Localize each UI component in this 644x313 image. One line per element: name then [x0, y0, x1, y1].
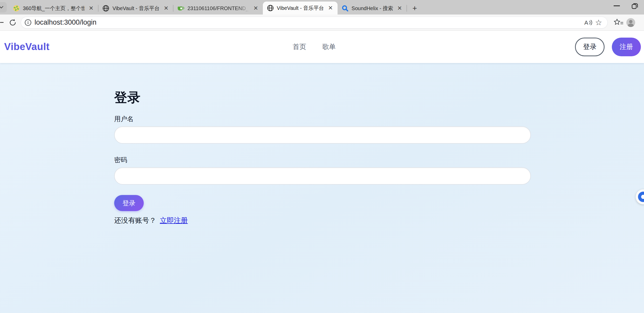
username-label: 用户名 — [114, 115, 644, 123]
tab-frontend-guide[interactable]: 2311061106/FRONTEND_GUIDE.m ✕ — [173, 2, 263, 15]
password-label: 密码 — [114, 156, 644, 164]
favorite-star-button[interactable]: ☆ — [593, 17, 604, 28]
read-aloud-icon: A — [584, 19, 593, 26]
search-icon — [342, 5, 348, 12]
tab-title: VibeVault - 音乐平台 — [277, 5, 324, 12]
nav-home-link[interactable]: 首页 — [293, 42, 306, 51]
360-icon — [13, 5, 20, 12]
browser-window: 360导航_一个主页，整个世界 ✕ VibeVault - 音乐平台 ✕ — [0, 0, 644, 313]
favorites-list-icon — [614, 19, 624, 26]
new-tab-button[interactable]: + — [409, 3, 420, 13]
reload-icon — [9, 19, 17, 26]
nav-playlists-link[interactable]: 歌单 — [322, 42, 336, 51]
profile-avatar[interactable] — [626, 18, 635, 27]
chevron-down-icon — [0, 6, 3, 9]
read-aloud-button[interactable]: A — [583, 17, 593, 28]
window-controls — [608, 0, 644, 12]
globe-icon — [267, 5, 274, 11]
tab-close-icon[interactable]: ✕ — [88, 5, 94, 11]
globe-icon — [102, 5, 109, 12]
restore-icon — [632, 3, 638, 9]
restore-button[interactable] — [626, 0, 644, 12]
tab-vibevault-active[interactable]: VibeVault - 音乐平台 ✕ — [263, 2, 338, 15]
back-icon[interactable] — [0, 22, 4, 23]
tab-vibevault-1[interactable]: VibeVault - 音乐平台 ✕ — [98, 2, 173, 15]
address-bar[interactable]: localhost:3000/login A ☆ — [21, 17, 608, 29]
header-actions: 登录 注册 — [575, 38, 641, 56]
tab-close-icon[interactable]: ✕ — [327, 5, 334, 11]
tab-title: 2311061106/FRONTEND_GUIDE.m — [187, 5, 249, 11]
tab-soundhelix-search[interactable]: SoundHelix - 搜索 ✕ — [338, 2, 407, 15]
tab-close-icon[interactable]: ✕ — [252, 5, 259, 11]
header-login-button[interactable]: 登录 — [575, 38, 605, 56]
tab-title: SoundHelix - 搜索 — [352, 5, 393, 12]
username-field[interactable] — [114, 126, 531, 144]
minimize-icon — [614, 5, 620, 6]
tab-360-nav[interactable]: 360导航_一个主页，整个世界 ✕ — [9, 2, 98, 15]
minimize-button[interactable] — [608, 0, 626, 12]
tab-title: VibeVault - 音乐平台 — [112, 5, 160, 12]
tab-close-icon[interactable]: ✕ — [163, 5, 169, 11]
main-nav: 首页 歌单 — [293, 42, 336, 51]
gitea-cup-icon — [177, 5, 184, 12]
favorites-list-button[interactable] — [613, 17, 624, 28]
avatar-body — [628, 24, 634, 27]
login-submit-button[interactable]: 登录 — [114, 195, 144, 211]
site-logo[interactable]: VibeVault — [4, 41, 50, 52]
star-icon: ☆ — [595, 18, 602, 27]
page-viewport: VibeVault 首页 歌单 登录 注册 登录 用户名 密码 登录 还没有账号… — [0, 31, 644, 313]
tab-divider — [407, 5, 407, 12]
page-title: 登录 — [114, 89, 644, 106]
site-header: VibeVault 首页 歌单 登录 注册 — [0, 31, 644, 63]
register-row: 还没有账号？ 立即注册 — [114, 216, 644, 225]
tab-menu-button[interactable] — [0, 2, 7, 12]
site-info-icon[interactable] — [24, 19, 32, 26]
tab-close-icon[interactable]: ✕ — [396, 5, 403, 11]
login-form-section: 登录 用户名 密码 登录 还没有账号？ 立即注册 — [0, 89, 644, 225]
avatar-head — [629, 20, 633, 23]
register-now-link[interactable]: 立即注册 — [160, 216, 188, 225]
tab-strip: 360导航_一个主页，整个世界 ✕ VibeVault - 音乐平台 ✕ — [0, 0, 644, 15]
svg-text:A: A — [584, 19, 588, 26]
extension-donut-icon — [638, 192, 644, 202]
reload-button[interactable] — [8, 18, 17, 27]
password-field[interactable] — [114, 167, 531, 185]
url-text[interactable]: localhost:3000/login — [35, 18, 97, 26]
tab-title: 360导航_一个主页，整个世界 — [23, 5, 85, 12]
header-register-button[interactable]: 注册 — [612, 38, 641, 56]
no-account-text: 还没有账号？ — [114, 216, 156, 225]
browser-toolbar: localhost:3000/login A ☆ — [0, 15, 644, 31]
